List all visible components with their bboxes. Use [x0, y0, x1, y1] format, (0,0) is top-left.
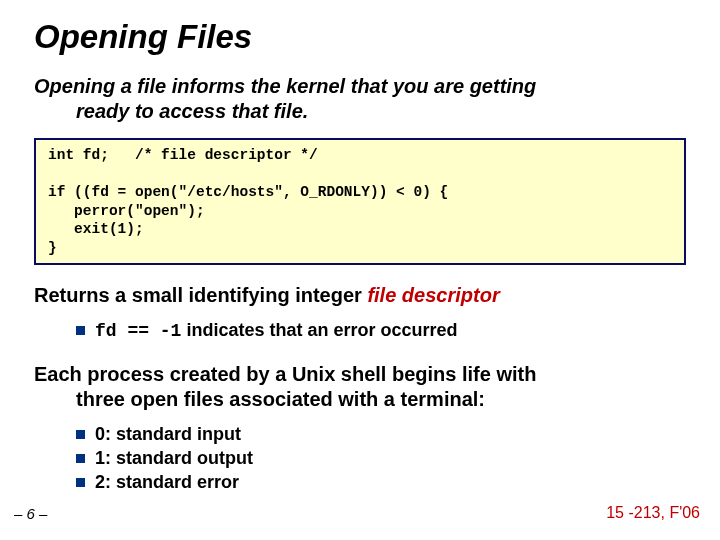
shell-line-1: Each process created by a Unix shell beg… [34, 363, 536, 385]
square-bullet-icon [76, 478, 85, 487]
stderr-bullet: 2: standard error [76, 470, 686, 494]
stdout-bullet: 1: standard output [76, 446, 686, 470]
returns-plain: Returns a small identifying integer [34, 284, 367, 306]
slide: Opening Files Opening a file informs the… [0, 0, 720, 540]
shell-line-2: three open files associated with a termi… [34, 387, 485, 412]
stderr-text: 2: standard error [95, 472, 239, 492]
square-bullet-icon [76, 326, 85, 335]
std-list: 0: standard input 1: standard output 2: … [76, 422, 686, 495]
fd-rest: indicates that an error occurred [181, 320, 457, 340]
intro-line-1: Opening a file informs the kernel that y… [34, 75, 536, 97]
stdin-bullet: 0: standard input [76, 422, 686, 446]
intro-line-2: ready to access that file. [34, 99, 686, 124]
shell-intro: Each process created by a Unix shell beg… [34, 362, 686, 412]
returns-line: Returns a small identifying integer file… [34, 283, 686, 308]
stdout-text: 1: standard output [95, 448, 253, 468]
slide-title: Opening Files [34, 18, 686, 56]
code-block: int fd; /* file descriptor */ if ((fd = … [34, 138, 686, 265]
intro-text: Opening a file informs the kernel that y… [34, 74, 686, 124]
returns-emphasis: file descriptor [367, 284, 499, 306]
fd-bullet-list: fd == -1 indicates that an error occurre… [76, 318, 686, 343]
stdin-text: 0: standard input [95, 424, 241, 444]
square-bullet-icon [76, 454, 85, 463]
fd-code: fd == -1 [95, 321, 181, 341]
fd-error-bullet: fd == -1 indicates that an error occurre… [76, 318, 686, 343]
page-number: – 6 – [14, 505, 47, 522]
square-bullet-icon [76, 430, 85, 439]
course-tag: 15 -213, F'06 [606, 504, 700, 522]
